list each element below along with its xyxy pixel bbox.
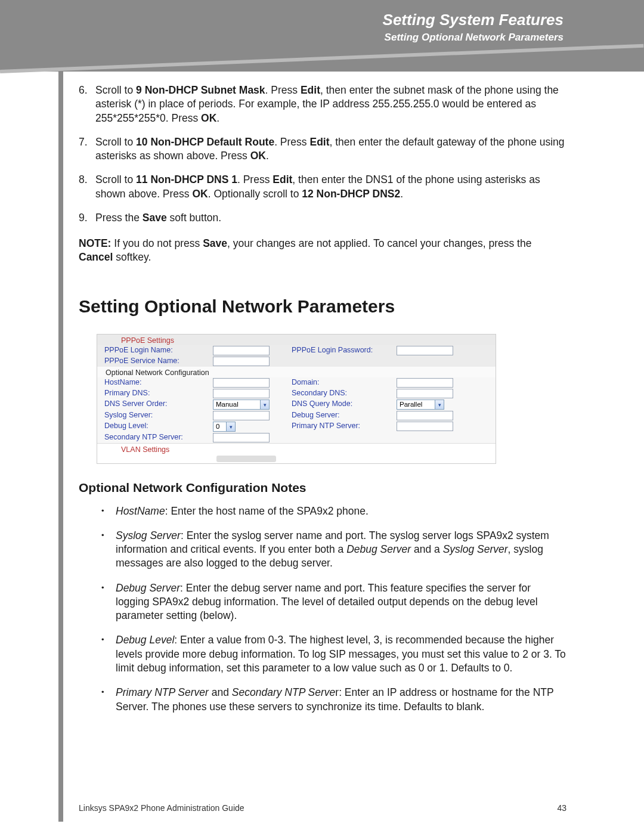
syslog-server-input[interactable] [213,411,270,420]
syslog-server-label: Syslog Server: [101,411,213,420]
bullet-item: •HostName: Enter the host name of the SP… [79,504,566,518]
bullet-item: •Debug Level: Enter a value from 0-3. Th… [79,633,566,675]
vlan-section: VLAN Settings [97,443,496,463]
step-item: 6.Scroll to 9 Non-DHCP Subnet Mask. Pres… [79,83,566,125]
step-number: 9. [79,211,95,225]
note-paragraph: NOTE: If you do not press Save, your cha… [79,237,566,265]
bullet-text: Debug Server: Enter the debug server nam… [116,581,566,623]
pppoe-login-password-label: PPPoE Login Password: [277,346,397,355]
domain-label: Domain: [277,378,397,388]
pppoe-service-name-input[interactable] [213,357,270,366]
bullet-icon: • [101,633,116,675]
hostname-label: HostName: [101,378,213,388]
primary-dns-label: Primary DNS: [101,389,213,398]
domain-input[interactable] [397,378,453,388]
secondary-dns-input[interactable] [397,389,453,398]
dns-order-row: DNS Server Order: Manual ▾ DNS Query Mod… [97,399,496,410]
primary-dns-input[interactable] [213,389,270,398]
pppoe-row-2: PPPoE Service Name: [97,356,496,367]
bullet-text: Primary NTP Server and Secondary NTP Ser… [116,686,566,714]
step-item: 7.Scroll to 10 Non-DHCP Default Route. P… [79,135,566,163]
bullet-item: •Syslog Server: Enter the syslog server … [79,529,566,571]
bullet-icon: • [101,529,116,571]
dns-query-mode-label: DNS Query Mode: [277,400,397,410]
debug-server-label: Debug Server: [277,411,397,420]
debug-level-value: 0 [216,423,219,431]
step-number: 6. [79,83,95,125]
bullet-text: HostName: Enter the host name of the SPA… [116,504,369,518]
step-item: 8.Scroll to 11 Non-DHCP DNS 1. Press Edi… [79,173,566,201]
side-bar [58,70,63,822]
vlan-slider-bar [216,456,276,462]
debug-level-label: Debug Level: [101,422,213,432]
hostname-row: HostName: Domain: [97,377,496,388]
vlan-settings-title: VLAN Settings [121,445,169,454]
dns-server-order-label: DNS Server Order: [101,400,213,410]
secondary-dns-label: Secondary DNS: [277,389,397,398]
step-text: Scroll to 11 Non-DHCP DNS 1. Press Edit,… [95,173,566,201]
page-category-title: Setting System Features [383,11,564,29]
section-heading: Setting Optional Network Parameters [79,295,566,318]
pppoe-row-1: PPPoE Login Name: PPPoE Login Password: [97,345,496,356]
secondary-ntp-input[interactable] [213,433,270,442]
debug-server-input[interactable] [397,411,453,420]
primary-ntp-input[interactable] [397,422,453,431]
debug-level-row: Debug Level: 0 ▾ Primary NTP Server: [97,421,496,432]
bullets-list: •HostName: Enter the host name of the SP… [79,504,566,714]
pppoe-login-name-label: PPPoE Login Name: [101,346,213,355]
bullet-icon: • [101,581,116,623]
pppoe-login-password-input[interactable] [397,346,453,355]
pppoe-section-title: PPPoE Settings [97,335,496,345]
secondary-ntp-row: Secondary NTP Server: [97,432,496,443]
bullet-item: •Primary NTP Server and Secondary NTP Se… [79,686,566,714]
chevron-down-icon: ▾ [260,400,269,409]
debug-level-select[interactable]: 0 ▾ [213,422,236,432]
secondary-ntp-label: Secondary NTP Server: [101,433,213,442]
page-section-subtitle: Setting Optional Network Parameters [383,32,564,44]
step-text: Press the Save soft button. [95,211,221,225]
config-screenshot: PPPoE Settings PPPoE Login Name: PPPoE L… [97,334,496,464]
primary-ntp-label: Primary NTP Server: [277,422,397,432]
step-item: 9.Press the Save soft button. [79,211,566,225]
bullet-text: Debug Level: Enter a value from 0-3. The… [116,633,566,675]
optional-network-title: Optional Network Configuration [97,367,496,377]
syslog-row: Syslog Server: Debug Server: [97,410,496,421]
dns-query-mode-value: Parallel [400,401,422,408]
footer-page-number: 43 [557,803,566,813]
dns-server-order-value: Manual [216,401,239,408]
step-number: 7. [79,135,95,163]
page-footer: Linksys SPA9x2 Phone Administration Guid… [79,803,566,813]
pppoe-service-name-label: PPPoE Service Name: [101,357,213,366]
bullet-text: Syslog Server: Enter the syslog server n… [116,529,566,571]
footer-left: Linksys SPA9x2 Phone Administration Guid… [79,803,244,813]
numbered-steps: 6.Scroll to 9 Non-DHCP Subnet Mask. Pres… [79,83,566,225]
page-content: 6.Scroll to 9 Non-DHCP Subnet Mask. Pres… [79,83,566,724]
hostname-input[interactable] [213,378,270,388]
bullet-icon: • [101,686,116,714]
pppoe-login-name-input[interactable] [213,346,270,355]
dns-query-mode-select[interactable]: Parallel ▾ [397,400,444,410]
subheading: Optional Network Configuration Notes [79,479,566,496]
dns-server-order-select[interactable]: Manual ▾ [213,400,270,410]
chevron-down-icon: ▾ [435,400,444,409]
step-text: Scroll to 10 Non-DHCP Default Route. Pre… [95,135,566,163]
bullet-item: •Debug Server: Enter the debug server na… [79,581,566,623]
primary-dns-row: Primary DNS: Secondary DNS: [97,388,496,399]
chevron-down-icon: ▾ [226,422,235,431]
step-number: 8. [79,173,95,201]
step-text: Scroll to 9 Non-DHCP Subnet Mask. Press … [95,83,566,125]
header-titles: Setting System Features Setting Optional… [383,11,564,44]
bullet-icon: • [101,504,116,518]
